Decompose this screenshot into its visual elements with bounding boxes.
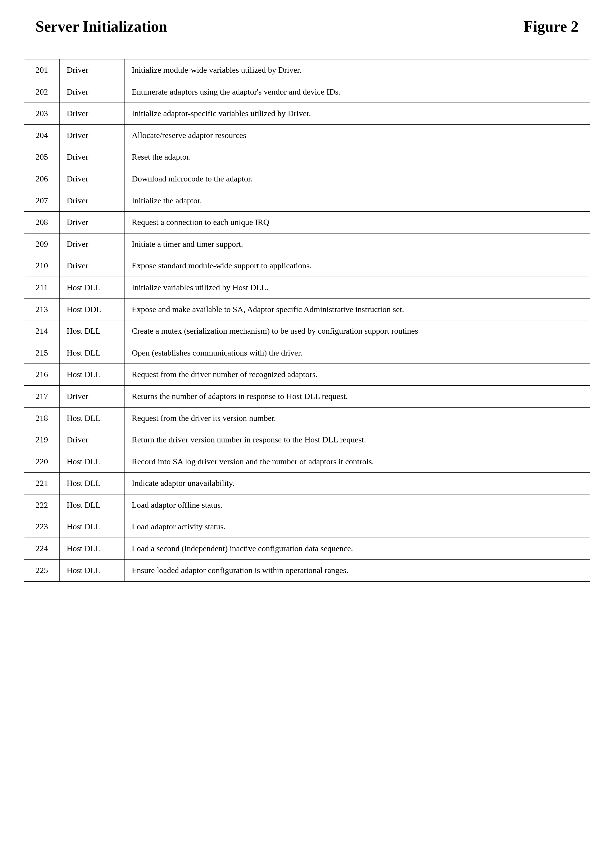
table-row: 223Host DLLLoad adaptor activity status.: [24, 516, 590, 538]
row-number: 204: [24, 124, 59, 146]
row-number: 218: [24, 407, 59, 429]
row-actor: Host DLL: [59, 320, 124, 342]
table-row: 213Host DDLExpose and make available to …: [24, 299, 590, 320]
row-actor: Host DLL: [59, 364, 124, 386]
table-row: 208DriverRequest a connection to each un…: [24, 212, 590, 234]
row-description: Initialize the adaptor.: [124, 190, 590, 212]
row-number: 214: [24, 320, 59, 342]
table-row: 205DriverReset the adaptor.: [24, 146, 590, 168]
row-number: 211: [24, 277, 59, 299]
table-row: 222Host DLLLoad adaptor offline status.: [24, 494, 590, 516]
row-description: Initialize adaptor-specific variables ut…: [124, 103, 590, 125]
row-number: 221: [24, 473, 59, 494]
row-actor: Driver: [59, 124, 124, 146]
row-actor: Host DLL: [59, 494, 124, 516]
row-description: Request from the driver its version numb…: [124, 407, 590, 429]
page-header: Server Initialization Figure 2: [24, 18, 590, 35]
table-row: 207DriverInitialize the adaptor.: [24, 190, 590, 212]
row-number: 215: [24, 342, 59, 364]
row-actor: Driver: [59, 59, 124, 81]
row-description: Create a mutex (serialization mechanism)…: [124, 320, 590, 342]
row-number: 205: [24, 146, 59, 168]
row-description: Expose standard module-wide support to a…: [124, 255, 590, 277]
table-row: 219DriverReturn the driver version numbe…: [24, 429, 590, 451]
row-description: Initiate a timer and timer support.: [124, 233, 590, 255]
row-description: Request from the driver number of recogn…: [124, 364, 590, 386]
row-actor: Driver: [59, 146, 124, 168]
table-row: 202DriverEnumerate adaptors using the ad…: [24, 81, 590, 103]
row-description: Request a connection to each unique IRQ: [124, 212, 590, 234]
row-number: 225: [24, 560, 59, 581]
row-description: Ensure loaded adaptor configuration is w…: [124, 560, 590, 581]
table-row: 204DriverAllocate/reserve adaptor resour…: [24, 124, 590, 146]
row-number: 223: [24, 516, 59, 538]
table-row: 206DriverDownload microcode to the adapt…: [24, 168, 590, 190]
row-description: Returns the number of adaptors in respon…: [124, 385, 590, 407]
row-actor: Host DLL: [59, 407, 124, 429]
row-number: 207: [24, 190, 59, 212]
row-number: 203: [24, 103, 59, 125]
row-actor: Driver: [59, 385, 124, 407]
row-actor: Driver: [59, 81, 124, 103]
row-description: Open (establishes communications with) t…: [124, 342, 590, 364]
row-actor: Host DLL: [59, 342, 124, 364]
row-actor: Host DLL: [59, 473, 124, 494]
row-description: Allocate/reserve adaptor resources: [124, 124, 590, 146]
row-number: 208: [24, 212, 59, 234]
row-actor: Host DLL: [59, 277, 124, 299]
table-row: 211Host DLLInitialize variables utilized…: [24, 277, 590, 299]
table-row: 203DriverInitialize adaptor-specific var…: [24, 103, 590, 125]
row-number: 213: [24, 299, 59, 320]
row-description: Record into SA log driver version and th…: [124, 451, 590, 473]
row-description: Expose and make available to SA, Adaptor…: [124, 299, 590, 320]
table-row: 216Host DLLRequest from the driver numbe…: [24, 364, 590, 386]
row-actor: Host DLL: [59, 538, 124, 560]
row-description: Load adaptor offline status.: [124, 494, 590, 516]
table-row: 214Host DLLCreate a mutex (serialization…: [24, 320, 590, 342]
row-actor: Host DLL: [59, 451, 124, 473]
row-actor: Driver: [59, 212, 124, 234]
table-row: 201DriverInitialize module-wide variable…: [24, 59, 590, 81]
table-row: 209DriverInitiate a timer and timer supp…: [24, 233, 590, 255]
row-description: Return the driver version number in resp…: [124, 429, 590, 451]
row-description: Download microcode to the adaptor.: [124, 168, 590, 190]
row-actor: Host DDL: [59, 299, 124, 320]
figure-label: Figure 2: [524, 18, 578, 35]
row-actor: Host DLL: [59, 560, 124, 581]
table-row: 224Host DLLLoad a second (independent) i…: [24, 538, 590, 560]
row-number: 222: [24, 494, 59, 516]
table-row: 217DriverReturns the number of adaptors …: [24, 385, 590, 407]
row-description: Reset the adaptor.: [124, 146, 590, 168]
main-table: 201DriverInitialize module-wide variable…: [24, 59, 590, 581]
row-number: 217: [24, 385, 59, 407]
row-number: 206: [24, 168, 59, 190]
row-description: Initialize module-wide variables utilize…: [124, 59, 590, 81]
row-actor: Driver: [59, 190, 124, 212]
row-number: 220: [24, 451, 59, 473]
page-title: Server Initialization: [36, 18, 167, 35]
table-row: 210DriverExpose standard module-wide sup…: [24, 255, 590, 277]
row-number: 209: [24, 233, 59, 255]
row-number: 201: [24, 59, 59, 81]
row-description: Enumerate adaptors using the adaptor's v…: [124, 81, 590, 103]
row-actor: Driver: [59, 429, 124, 451]
table-row: 221Host DLLIndicate adaptor unavailabili…: [24, 473, 590, 494]
row-number: 224: [24, 538, 59, 560]
row-number: 202: [24, 81, 59, 103]
row-number: 216: [24, 364, 59, 386]
row-number: 210: [24, 255, 59, 277]
row-actor: Driver: [59, 103, 124, 125]
row-description: Indicate adaptor unavailability.: [124, 473, 590, 494]
table-row: 225Host DLLEnsure loaded adaptor configu…: [24, 560, 590, 581]
table-row: 220Host DLLRecord into SA log driver ver…: [24, 451, 590, 473]
row-description: Load a second (independent) inactive con…: [124, 538, 590, 560]
row-actor: Driver: [59, 233, 124, 255]
row-actor: Driver: [59, 168, 124, 190]
row-description: Initialize variables utilized by Host DL…: [124, 277, 590, 299]
row-description: Load adaptor activity status.: [124, 516, 590, 538]
row-number: 219: [24, 429, 59, 451]
table-row: 215Host DLLOpen (establishes communicati…: [24, 342, 590, 364]
row-actor: Host DLL: [59, 516, 124, 538]
row-actor: Driver: [59, 255, 124, 277]
table-row: 218Host DLLRequest from the driver its v…: [24, 407, 590, 429]
